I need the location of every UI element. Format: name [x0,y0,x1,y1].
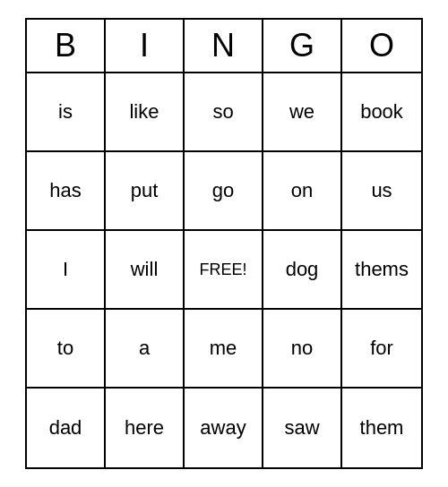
bingo-row: IwillFREE!dogthems [27,231,421,310]
header-cell: N [185,20,263,73]
bingo-cell: has [27,152,106,231]
bingo-cell: will [106,231,185,310]
bingo-cell: book [342,73,421,152]
bingo-cell: us [342,152,421,231]
bingo-row: toamenofor [27,310,421,389]
bingo-cell: so [185,73,263,152]
bingo-cell: is [27,73,106,152]
bingo-cell: saw [263,389,342,467]
bingo-cell: like [106,73,185,152]
header-cell: O [342,20,421,73]
bingo-row: hasputgoonus [27,152,421,231]
bingo-cell: dog [263,231,342,310]
bingo-card: BINGO islikesowebookhasputgoonusIwillFRE… [25,18,423,469]
bingo-cell: on [263,152,342,231]
bingo-cell: here [106,389,185,467]
bingo-cell: them [342,389,421,467]
bingo-header: BINGO [27,20,421,73]
bingo-cell: thems [342,231,421,310]
bingo-cell: dad [27,389,106,467]
bingo-row: islikesowebook [27,73,421,152]
bingo-body: islikesowebookhasputgoonusIwillFREE!dogt… [27,73,421,467]
bingo-cell: a [106,310,185,389]
bingo-cell: to [27,310,106,389]
bingo-cell: FREE! [185,231,263,310]
bingo-row: dadhereawaysawthem [27,389,421,467]
header-cell: B [27,20,106,73]
bingo-cell: we [263,73,342,152]
bingo-cell: no [263,310,342,389]
bingo-cell: away [185,389,263,467]
header-cell: I [106,20,185,73]
bingo-cell: put [106,152,185,231]
bingo-cell: go [185,152,263,231]
bingo-cell: I [27,231,106,310]
bingo-cell: me [185,310,263,389]
bingo-cell: for [342,310,421,389]
header-cell: G [263,20,342,73]
